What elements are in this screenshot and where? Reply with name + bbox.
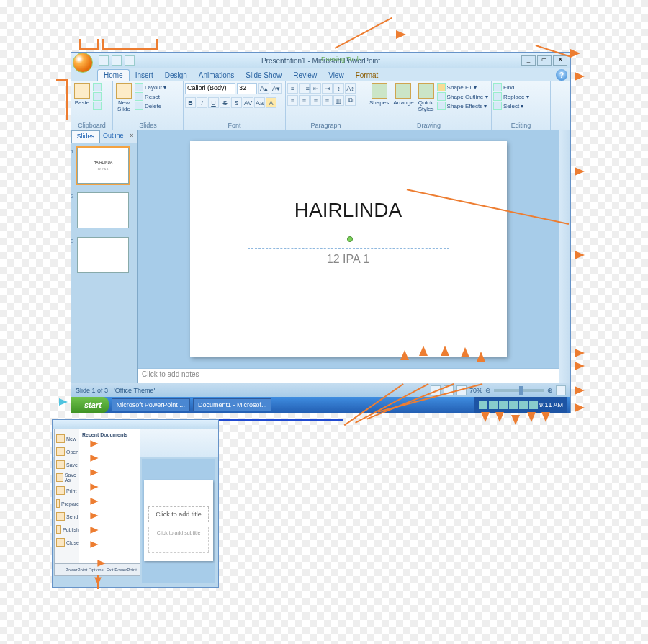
office-menu-print[interactable]: Print (55, 484, 79, 497)
smartart-button[interactable]: ⧉ (345, 95, 356, 106)
font-name-combo[interactable]: Calibri (Body) (185, 83, 235, 94)
vertical-scrollbar[interactable] (559, 130, 570, 383)
help-icon[interactable]: ? (556, 69, 567, 81)
slide-canvas[interactable]: HAIRLINDA 12 IPA 1 (190, 141, 507, 357)
taskbar-app-word[interactable]: Document1 - Microsof... (193, 398, 272, 411)
shadow-button[interactable]: S (231, 97, 242, 108)
grow-font-button[interactable]: A▴ (258, 83, 269, 94)
subtitle-placeholder[interactable]: 12 IPA 1 (248, 248, 449, 305)
annotation-arrow (527, 412, 536, 422)
replace-button[interactable]: Replace ▾ (493, 92, 529, 101)
char-spacing-button[interactable]: AV (243, 97, 253, 108)
shape-fill-button[interactable]: Shape Fill ▾ (437, 83, 488, 91)
office-menu-close[interactable]: Close (55, 536, 79, 549)
slideshow-view-button[interactable] (456, 385, 467, 395)
zoom-slider[interactable] (494, 389, 544, 392)
office-menu-prepare[interactable]: Prepare (55, 497, 79, 510)
italic-button[interactable]: I (197, 97, 207, 108)
text-direction-button[interactable]: A↕ (345, 83, 356, 94)
qat-save-icon[interactable] (99, 55, 109, 66)
annotation-arrow (570, 49, 580, 58)
subtitle-text[interactable]: 12 IPA 1 (327, 253, 369, 266)
arrange-button[interactable]: Arrange (392, 83, 415, 106)
panel-close-icon[interactable]: × (127, 130, 137, 143)
shrink-font-button[interactable]: A▾ (271, 83, 282, 94)
office-menu-new[interactable]: New (55, 432, 79, 445)
quick-styles-button[interactable]: Quick Styles (417, 83, 436, 112)
slide-thumbnail-2[interactable]: 2 (77, 192, 129, 228)
slide-title-text[interactable]: HAIRLINDA (190, 199, 507, 222)
paste-button[interactable]: Paste (73, 83, 91, 106)
justify-button[interactable]: ≡ (322, 95, 333, 106)
qat-undo-icon[interactable] (112, 55, 122, 66)
exit-powerpoint-button[interactable]: Exit PowerPoint (107, 568, 137, 572)
shape-effects-button[interactable]: Shape Effects ▾ (437, 102, 488, 110)
tab-insert[interactable]: Insert (130, 70, 159, 81)
font-color-button[interactable]: A (266, 97, 276, 108)
group-label-paragraph: Paragraph (287, 121, 364, 130)
office-menu-send[interactable]: Send (55, 510, 79, 523)
cut-button[interactable] (93, 83, 102, 91)
tab-view[interactable]: View (323, 70, 350, 81)
tab-design[interactable]: Design (159, 70, 193, 81)
slide-thumbnail-3[interactable]: 3 (77, 237, 129, 273)
notes-pane[interactable]: Click to add notes (138, 368, 559, 383)
delete-button[interactable]: Delete (135, 102, 166, 110)
align-right-button[interactable]: ≡ (310, 95, 321, 106)
align-center-button[interactable]: ≡ (299, 95, 310, 106)
layout-button[interactable]: Layout ▾ (135, 83, 166, 91)
mini-title-placeholder[interactable]: Click to add title (148, 506, 209, 522)
shapes-button[interactable]: Shapes (368, 83, 390, 106)
panel-tab-slides[interactable]: Slides (71, 130, 100, 143)
taskbar-app-powerpoint[interactable]: Microsoft PowerPoint ... (112, 398, 190, 411)
prepare-icon (56, 499, 60, 508)
reset-button[interactable]: Reset (135, 92, 166, 101)
office-button[interactable] (73, 53, 93, 73)
fill-icon (437, 83, 446, 91)
panel-tab-outline[interactable]: Outline (100, 130, 127, 143)
normal-view-button[interactable] (431, 385, 441, 395)
tab-home[interactable]: Home (97, 69, 130, 81)
office-menu-open[interactable]: Open (55, 445, 79, 458)
numbering-button[interactable]: ⋮≡ (299, 83, 310, 94)
decrease-indent-button[interactable]: ⇤ (310, 83, 321, 94)
window-maximize-button[interactable]: ▭ (537, 55, 552, 66)
bullets-button[interactable]: ≡ (287, 83, 298, 94)
window-close-button[interactable]: ✕ (553, 55, 567, 66)
slide-thumbnail-1[interactable]: 1 HAIRLINDA 12 IPA 1 (77, 148, 129, 184)
office-menu-save[interactable]: Save (55, 458, 79, 471)
columns-button[interactable]: ▥ (333, 95, 344, 106)
recent-docs-header: Recent Documents (82, 432, 137, 439)
fit-window-button[interactable] (556, 385, 566, 395)
office-menu-save-as[interactable]: Save As (55, 471, 79, 484)
format-painter-button[interactable] (93, 102, 102, 110)
tab-format[interactable]: Format (350, 70, 384, 81)
powerpoint-options-button[interactable]: PowerPoint Options (66, 568, 104, 572)
annotation-arrow (575, 386, 585, 395)
select-button[interactable]: Select ▾ (493, 102, 529, 110)
qat-redo-icon[interactable] (125, 55, 135, 66)
mini-subtitle-placeholder[interactable]: Click to add subtitle (148, 527, 209, 553)
bold-button[interactable]: B (185, 97, 196, 108)
start-button[interactable]: start (71, 397, 109, 413)
tab-review[interactable]: Review (287, 70, 323, 81)
underline-button[interactable]: U (208, 97, 219, 108)
new-icon (56, 434, 65, 443)
find-button[interactable]: Find (493, 83, 529, 91)
tab-slide-show[interactable]: Slide Show (240, 70, 287, 81)
rotation-handle-icon[interactable] (347, 236, 353, 242)
copy-button[interactable] (93, 92, 102, 101)
change-case-button[interactable]: Aa (254, 97, 265, 108)
ribbon: Paste Clipboard New Slide Layout ▾ R (71, 81, 570, 130)
tab-animations[interactable]: Animations (193, 70, 240, 81)
align-left-button[interactable]: ≡ (287, 95, 298, 106)
line-spacing-button[interactable]: ↕ (333, 83, 344, 94)
strike-button[interactable]: S (220, 97, 230, 108)
sorter-view-button[interactable] (444, 385, 454, 395)
shape-outline-button[interactable]: Shape Outline ▾ (437, 92, 488, 101)
window-minimize-button[interactable]: _ (521, 55, 536, 66)
increase-indent-button[interactable]: ⇥ (322, 83, 333, 94)
font-size-combo[interactable]: 32 (237, 83, 257, 94)
new-slide-button[interactable]: New Slide (114, 83, 133, 112)
office-menu-publish[interactable]: Publish (55, 523, 79, 536)
